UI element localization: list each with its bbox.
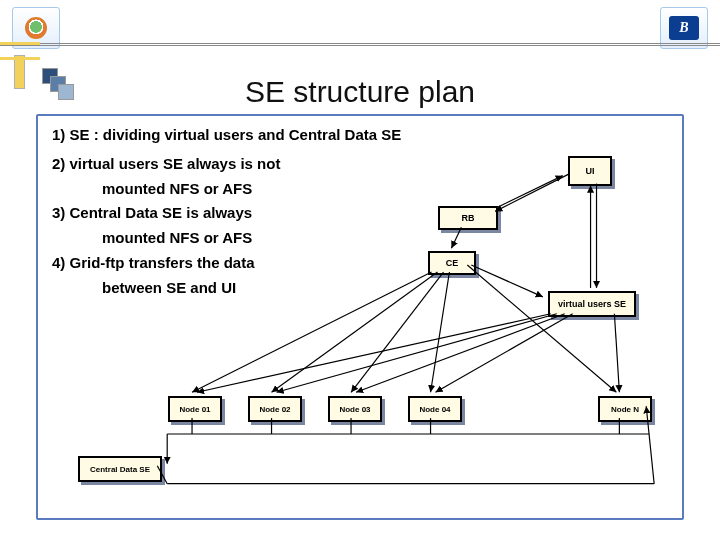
diagram-box-node-02: Node 02 [248, 396, 302, 422]
svg-line-13 [356, 314, 565, 393]
slide-title: SE structure plan [0, 75, 720, 109]
bullet-1: 1) SE : dividing virtual users and Centr… [52, 126, 452, 145]
divider [0, 45, 720, 46]
slide: B SE structure plan 1) SE : dividing vir… [0, 0, 720, 540]
svg-line-15 [614, 314, 619, 393]
svg-line-4 [451, 227, 461, 248]
svg-line-10 [471, 265, 543, 297]
bullet-4-line-2: between SE and UI [52, 279, 452, 298]
svg-line-11 [197, 314, 551, 393]
bullet-4-line-1: 4) Grid-ftp transfers the data [52, 254, 452, 273]
b-logo-icon: B [669, 16, 699, 40]
diagram-box-central-data-se: Central Data SE [78, 456, 162, 482]
bullet-2-line-1: 2) virtual users SE always is not [52, 155, 452, 174]
svg-line-0 [495, 174, 570, 212]
svg-line-1 [497, 176, 563, 208]
accent-left-stripes [0, 42, 40, 60]
diagram-box-virtual-users-se: virtual users SE [548, 291, 636, 317]
bullet-list: 1) SE : dividing virtual users and Centr… [52, 126, 452, 303]
bullet-3-line-2: mounted NFS or AFS [52, 229, 452, 248]
content-frame: 1) SE : dividing virtual users and Centr… [36, 114, 684, 520]
svg-line-12 [277, 314, 557, 393]
diagram-box-rb: RB [438, 206, 498, 230]
bullet-2-line-2: mounted NFS or AFS [52, 180, 452, 199]
svg-line-9 [467, 265, 616, 392]
bullet-3-line-1: 3) Central Data SE is always [52, 204, 452, 223]
divider [0, 43, 720, 44]
diagram-box-node-n: Node N [598, 396, 652, 422]
svg-line-14 [436, 314, 573, 393]
diagram-box-ce: CE [428, 251, 476, 275]
diagram-box-node-04: Node 04 [408, 396, 462, 422]
leaf-icon [25, 17, 47, 39]
diagram-box-ui: UI [568, 156, 612, 186]
diagram-box-node-01: Node 01 [168, 396, 222, 422]
diagram-box-node-03: Node 03 [328, 396, 382, 422]
